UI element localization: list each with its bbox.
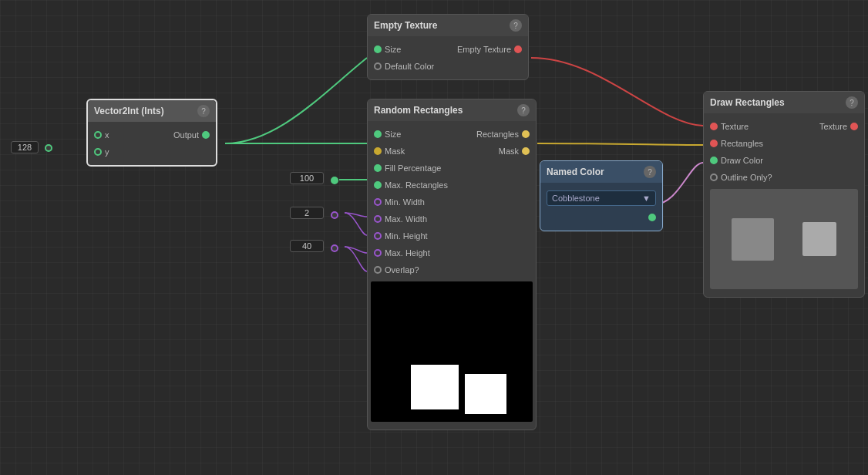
- vector2int-x-row: x Output: [88, 126, 216, 143]
- vector2int-node: Vector2Int (Ints) ? x Output y: [86, 99, 217, 167]
- dr-preview: [710, 189, 858, 289]
- rr-size-row: Size Rectangles: [368, 126, 536, 143]
- label-rr-mask-out: Mask: [499, 147, 519, 156]
- dr-texture-row: Texture Texture: [704, 118, 864, 135]
- vector2int-header: Vector2Int (Ints) ?: [88, 100, 216, 122]
- socket-100-out: [331, 177, 338, 184]
- socket-dr-texture-in: [710, 123, 718, 130]
- socket-rr-rectangles-out: [522, 130, 530, 138]
- socket-40-out: [331, 244, 338, 252]
- socket-rr-min-width-in: [374, 198, 382, 206]
- socket-dr-draw-color-in: [710, 157, 718, 164]
- label-dr-rectangles: Rectangles: [721, 139, 763, 148]
- empty-texture-node: Empty Texture ? Size Empty Texture Defau…: [367, 14, 529, 80]
- socket-named-color-out: [648, 214, 656, 221]
- socket-size-in: [374, 45, 382, 53]
- min-2-input[interactable]: 2: [290, 207, 324, 219]
- vector2int-title: Vector2Int (Ints): [94, 106, 164, 116]
- socket-dr-outline: [710, 173, 718, 181]
- label-rr-overlap: Overlap?: [385, 265, 419, 275]
- label-x: x: [105, 130, 109, 140]
- preview-rect-1: [411, 365, 459, 409]
- socket-default-color: [374, 62, 382, 70]
- random-rect-header: Random Rectangles ?: [368, 99, 536, 121]
- socket-2-out: [331, 211, 338, 219]
- socket-128-out: [45, 144, 52, 152]
- label-dr-draw-color: Draw Color: [721, 156, 763, 165]
- rr-max-width-row: Max. Width: [368, 211, 536, 227]
- label-rr-mask: Mask: [385, 147, 405, 156]
- rr-max-rect-row: Max. Rectangles: [368, 177, 536, 194]
- socket-rr-max-rect-in: [374, 181, 382, 189]
- rr-min-height-row: Min. Height: [368, 227, 536, 244]
- label-rr-max-width: Max. Width: [385, 214, 427, 224]
- fill-100-input[interactable]: 100: [290, 172, 324, 184]
- named-color-node: Named Color ? Cobblestone ▼: [540, 160, 663, 231]
- socket-empty-texture-out: [514, 45, 522, 53]
- dr-draw-color-row: Draw Color: [704, 152, 864, 169]
- label-rr-max-height: Max. Height: [385, 248, 430, 258]
- named-color-header: Named Color ?: [540, 161, 662, 183]
- draw-rect-header: Draw Rectangles ?: [704, 92, 864, 113]
- label-output: Output: [173, 130, 199, 140]
- label-rr-max-rect: Max. Rectangles: [385, 180, 448, 190]
- draw-rect-help[interactable]: ?: [846, 96, 858, 109]
- empty-texture-help[interactable]: ?: [510, 19, 522, 32]
- draw-rectangles-node: Draw Rectangles ? Texture Texture Rectan…: [703, 91, 865, 298]
- rr-mask-row: Mask Mask: [368, 143, 536, 160]
- dr-rectangles-row: Rectangles: [704, 135, 864, 152]
- rr-max-height-row: Max. Height: [368, 244, 536, 261]
- rr-min-width-row: Min. Width: [368, 194, 536, 211]
- socket-rr-overlap: [374, 266, 382, 274]
- dr-outline-row: Outline Only?: [704, 169, 864, 186]
- empty-texture-header: Empty Texture ?: [368, 15, 528, 36]
- socket-rr-max-height-in: [374, 249, 382, 257]
- named-color-title: Named Color: [547, 167, 604, 177]
- rr-overlap-row: Overlap?: [368, 261, 536, 278]
- socket-rr-max-width-in: [374, 215, 382, 223]
- empty-size-row: Size Empty Texture: [368, 41, 528, 58]
- label-rr-min-height: Min. Height: [385, 231, 428, 241]
- cobblestone-label: Cobblestone: [552, 194, 600, 203]
- preview-rect-2: [465, 374, 506, 414]
- random-rect-help[interactable]: ?: [517, 104, 530, 116]
- socket-rr-size-in: [374, 130, 382, 138]
- label-dr-outline: Outline Only?: [721, 173, 772, 182]
- label-rr-min-width: Min. Width: [385, 197, 425, 207]
- label-rr-size: Size: [385, 130, 401, 139]
- label-size: Size: [385, 45, 401, 54]
- vector2int-y-row: y: [88, 143, 216, 160]
- label-empty-texture-out: Empty Texture: [457, 45, 511, 54]
- preview-gray-square: [732, 218, 774, 261]
- empty-texture-title: Empty Texture: [374, 20, 437, 31]
- random-rectangles-node: Random Rectangles ? Size Rectangles Mask…: [367, 99, 537, 430]
- label-dr-texture: Texture: [721, 122, 749, 131]
- label-rr-fill: Fill Percentage: [385, 163, 441, 173]
- max-40-input[interactable]: 40: [290, 240, 324, 252]
- socket-dr-texture-out: [850, 123, 858, 130]
- label-rr-rectangles-out: Rectangles: [476, 130, 519, 139]
- vector2int-help[interactable]: ?: [197, 105, 210, 117]
- rr-preview: [371, 281, 533, 422]
- empty-default-color-row: Default Color: [368, 58, 528, 75]
- label-dr-texture-out: Texture: [819, 122, 847, 131]
- socket-rr-min-height-in: [374, 232, 382, 240]
- draw-rect-title: Draw Rectangles: [710, 97, 785, 108]
- cobblestone-dropdown[interactable]: Cobblestone ▼: [547, 190, 656, 206]
- socket-output: [202, 131, 210, 139]
- label-default-color: Default Color: [385, 62, 434, 71]
- value-128-input[interactable]: 128: [11, 141, 39, 153]
- socket-rr-fill-in: [374, 164, 382, 172]
- random-rect-title: Random Rectangles: [374, 105, 463, 116]
- preview-light-square: [802, 222, 836, 256]
- label-y: y: [105, 147, 109, 157]
- rr-fill-row: Fill Percentage: [368, 160, 536, 177]
- dropdown-arrow-icon: ▼: [642, 194, 651, 203]
- socket-x-in: [94, 131, 102, 139]
- socket-y-in: [94, 148, 102, 156]
- named-color-help[interactable]: ?: [644, 166, 656, 178]
- socket-rr-mask-out: [522, 147, 530, 155]
- socket-dr-rectangles-in: [710, 140, 718, 147]
- socket-rr-mask-in: [374, 147, 382, 155]
